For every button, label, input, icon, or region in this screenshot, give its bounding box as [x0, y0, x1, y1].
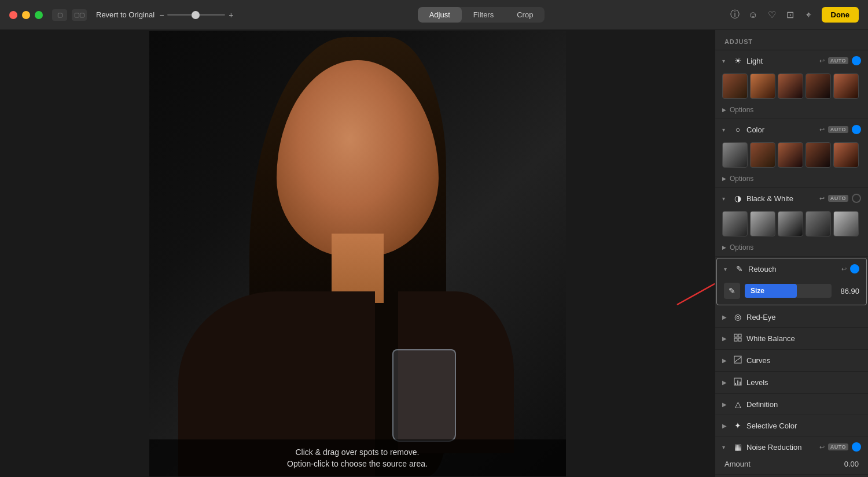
size-slider[interactable]: Size: [745, 283, 832, 299]
curves-label: Curves: [746, 356, 861, 365]
red-eye-icon: ◎: [733, 312, 743, 321]
section-light: ▾ ☀ Light ↩ AUTO ▶: [715, 50, 868, 119]
minimize-button[interactable]: [22, 11, 30, 19]
svg-rect-2: [734, 334, 737, 337]
nr-toggle[interactable]: [852, 442, 861, 452]
retouch-label: Retouch: [748, 265, 838, 273]
color-thumb-4[interactable]: [806, 142, 831, 168]
photo-area[interactable]: Click & drag over spots to remove. Optio…: [0, 30, 715, 477]
bw-thumb-5[interactable]: [833, 211, 859, 236]
bw-options-chevron: ▶: [722, 245, 726, 250]
color-thumb-2[interactable]: [750, 142, 775, 168]
color-thumb-3[interactable]: [778, 142, 803, 168]
bw-options-row[interactable]: ▶ Options: [715, 241, 868, 256]
svg-rect-4: [734, 338, 737, 341]
color-thumb-5[interactable]: [833, 142, 859, 168]
retouch-reset-icon[interactable]: ↩: [841, 265, 847, 273]
bw-thumb-2[interactable]: [750, 211, 775, 236]
section-red-eye-header[interactable]: ▶ ◎ Red-Eye: [715, 306, 868, 327]
titlebar-right-controls: ⓘ ☺ ♡ ⊡ ⌖ Done: [729, 7, 859, 23]
bw-thumb-4[interactable]: [806, 211, 831, 236]
single-view-btn[interactable]: ▢: [52, 9, 67, 21]
light-thumb-2[interactable]: [750, 73, 775, 99]
light-reset-icon[interactable]: ↩: [819, 57, 825, 65]
bw-auto-badge[interactable]: AUTO: [828, 195, 848, 202]
glass: [392, 349, 456, 442]
noise-amount-label: Amount: [724, 460, 751, 468]
zoom-out-icon[interactable]: −: [159, 10, 164, 20]
color-thumbnails: [715, 140, 868, 172]
fullscreen-button[interactable]: [35, 11, 43, 19]
zoom-track[interactable]: [167, 14, 225, 16]
sc-icon: ✦: [733, 421, 743, 430]
color-options-row[interactable]: ▶ Options: [715, 172, 868, 187]
section-wb-header[interactable]: ▶ White Balance: [715, 328, 868, 349]
tab-filters[interactable]: Filters: [462, 7, 505, 23]
bw-reset-icon[interactable]: ↩: [819, 195, 825, 202]
panel-scroll-area[interactable]: ▾ ☀ Light ↩ AUTO ▶: [715, 50, 868, 477]
light-thumb-5[interactable]: [833, 73, 859, 99]
section-definition-header[interactable]: ▶ △ Definition: [715, 394, 868, 415]
portrait: [190, 37, 525, 476]
size-value: 86.90: [836, 287, 859, 295]
overlay-instruction-line1: Click & drag over spots to remove.: [161, 448, 554, 457]
nr-auto-badge[interactable]: AUTO: [828, 443, 848, 450]
light-thumb-3[interactable]: [778, 73, 803, 99]
color-toggle[interactable]: [852, 125, 861, 134]
light-chevron: ▾: [722, 58, 729, 64]
retouch-toggle[interactable]: [850, 264, 859, 273]
revert-to-original-button[interactable]: Revert to Original: [96, 10, 155, 19]
retouch-actions: ↩: [841, 264, 859, 273]
section-bw-header[interactable]: ▾ ◑ Black & White ↩ AUTO: [715, 188, 868, 209]
tab-adjust[interactable]: Adjust: [418, 7, 462, 23]
zoom-slider-area: − +: [159, 10, 233, 20]
light-thumb-4[interactable]: [806, 73, 831, 99]
info-icon[interactable]: ⓘ: [729, 9, 741, 21]
right-panel: ADJUST ▾ ☀ Light ↩ AUTO: [715, 30, 868, 477]
split-view-btn[interactable]: ▢▢: [72, 9, 87, 21]
retouch-icon-panel: ✎: [734, 264, 745, 273]
light-toggle[interactable]: [852, 56, 861, 65]
light-thumb-1[interactable]: [722, 73, 748, 99]
section-curves-header[interactable]: ▶ Curves: [715, 350, 868, 371]
section-nr-header[interactable]: ▾ ▦ Noise Reduction ↩ AUTO: [715, 437, 868, 457]
color-options-label: Options: [730, 175, 753, 183]
bw-toggle[interactable]: [852, 194, 861, 203]
light-options-row[interactable]: ▶ Options: [715, 103, 868, 119]
section-retouch: ▾ ✎ Retouch ↩ ✎ Size: [716, 258, 867, 305]
color-thumb-1[interactable]: [722, 142, 748, 168]
section-color-header[interactable]: ▾ ○ Color ↩ AUTO: [715, 119, 868, 140]
section-levels: ▶ Levels: [715, 372, 868, 394]
color-chevron: ▾: [722, 127, 729, 133]
noise-amount-row: Amount 0.00: [715, 457, 868, 474]
section-curves: ▶ Curves: [715, 350, 868, 372]
color-auto-badge[interactable]: AUTO: [828, 126, 848, 133]
smiley-icon[interactable]: ☺: [748, 9, 759, 21]
retouch-brush-button[interactable]: ✎: [724, 283, 740, 299]
color-reset-icon[interactable]: ↩: [819, 126, 825, 134]
tab-crop[interactable]: Crop: [505, 7, 545, 23]
titlebar: ▢ ▢▢ Revert to Original − + Adjust Filte…: [0, 0, 868, 30]
nr-chevron: ▾: [722, 444, 729, 450]
bw-thumb-3[interactable]: [778, 211, 803, 236]
levels-label: Levels: [746, 378, 861, 387]
section-retouch-header[interactable]: ▾ ✎ Retouch ↩: [717, 258, 866, 279]
svg-line-1: [677, 276, 715, 305]
done-button[interactable]: Done: [822, 7, 859, 23]
aspect-ratio-icon[interactable]: ⊡: [785, 9, 796, 21]
nr-label: Noise Reduction: [746, 443, 816, 452]
zoom-in-icon[interactable]: +: [229, 10, 233, 20]
nr-reset-icon[interactable]: ↩: [819, 443, 825, 451]
bw-label: Black & White: [746, 194, 816, 203]
section-light-header[interactable]: ▾ ☀ Light ↩ AUTO: [715, 50, 868, 71]
section-levels-header[interactable]: ▶ Levels: [715, 372, 868, 393]
retouch-size-row: ✎ Size 86.90: [724, 283, 859, 299]
retouch-icon[interactable]: ⌖: [803, 9, 815, 21]
zoom-thumb[interactable]: [192, 11, 200, 19]
bw-thumb-1[interactable]: [722, 211, 748, 236]
light-auto-badge[interactable]: AUTO: [828, 57, 848, 64]
close-button[interactable]: [9, 11, 17, 19]
section-sc-header[interactable]: ▶ ✦ Selective Color: [715, 415, 868, 436]
light-actions: ↩ AUTO: [819, 56, 861, 65]
heart-icon[interactable]: ♡: [766, 9, 778, 21]
